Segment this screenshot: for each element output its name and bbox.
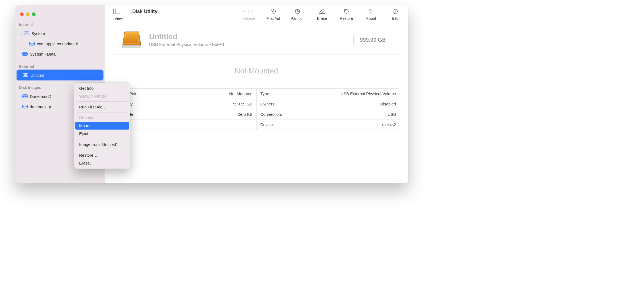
volume-header: Untitled USB External Physical Volume • … bbox=[113, 24, 400, 55]
pie-icon bbox=[295, 8, 301, 15]
erase-button[interactable]: Erase bbox=[314, 8, 330, 21]
minimize-window-button[interactable] bbox=[26, 12, 30, 16]
menu-item-erase[interactable]: Erase… bbox=[75, 159, 129, 167]
toolbar-label: Info bbox=[392, 16, 398, 21]
external-drive-icon bbox=[121, 30, 143, 50]
toolbar-label: Mount bbox=[366, 16, 376, 21]
detail-value: -- bbox=[250, 122, 253, 127]
sidebar-item-label: System - Data bbox=[30, 52, 56, 56]
info-icon bbox=[392, 8, 398, 15]
partition-button[interactable]: Partition bbox=[289, 8, 306, 21]
menu-item-image-from[interactable]: Image from “Untitled” bbox=[75, 140, 129, 148]
svg-rect-11 bbox=[23, 106, 27, 107]
disk-icon bbox=[24, 31, 29, 35]
menu-separator bbox=[77, 150, 127, 150]
menu-separator bbox=[77, 112, 127, 112]
detail-row-mount-point: Mount Point:Not Mounted bbox=[113, 89, 256, 99]
menu-separator bbox=[77, 101, 127, 102]
menu-item-get-info[interactable]: Get Info bbox=[75, 84, 129, 92]
disclosure-triangle-icon[interactable]: ⌄ bbox=[19, 31, 23, 36]
sidebar-section-internal: Internal bbox=[15, 21, 105, 28]
svg-rect-12 bbox=[114, 9, 120, 14]
menu-item-eject[interactable]: Eject bbox=[75, 130, 129, 137]
toolbar-label: First Aid bbox=[266, 16, 280, 21]
sidebar-item-system[interactable]: ⌄ System bbox=[16, 28, 104, 38]
detail-value: disk4s2 bbox=[382, 122, 396, 127]
svg-rect-1 bbox=[25, 33, 28, 34]
svg-point-14 bbox=[275, 11, 276, 12]
volume-name: Untitled bbox=[149, 33, 225, 41]
mount-icon bbox=[368, 8, 374, 15]
detail-value: 999.99 GB bbox=[233, 102, 253, 106]
detail-value: USB External Physical Volume bbox=[341, 91, 396, 96]
menu-item-rename: Rename bbox=[75, 114, 129, 122]
toolbar-label: Erase bbox=[317, 16, 327, 21]
first-aid-button[interactable]: First Aid bbox=[265, 8, 281, 21]
toolbar-label: Volume bbox=[243, 16, 255, 21]
sidebar-item-label: Untitled bbox=[30, 73, 44, 78]
detail-value: Disabled bbox=[380, 102, 396, 106]
detail-value: USB bbox=[388, 112, 396, 117]
svg-rect-7 bbox=[24, 75, 27, 75]
restore-icon bbox=[343, 8, 349, 15]
window-controls bbox=[15, 9, 105, 21]
disk-icon bbox=[29, 42, 35, 46]
svg-rect-23 bbox=[123, 45, 141, 48]
main-pane: ⌄ View Disk Utility ＋|－ Volume bbox=[105, 5, 408, 183]
detail-row-used: Used:-- bbox=[113, 119, 256, 130]
detail-key: Owners: bbox=[260, 102, 276, 106]
disk-icon bbox=[22, 105, 28, 108]
detail-row-available: Available:Zero KB bbox=[113, 109, 256, 119]
detail-key: Device: bbox=[260, 122, 274, 127]
sidebar-item-label: com.apple.os.update-8… bbox=[37, 41, 82, 46]
detail-row-device: Device:disk4s2 bbox=[257, 119, 400, 130]
volume-title-block: Untitled USB External Physical Volume • … bbox=[149, 33, 225, 47]
window-title: Disk Utility bbox=[132, 9, 157, 14]
details-left-col: Mount Point:Not Mounted Capacity:999.99 … bbox=[113, 89, 256, 130]
details-table: Mount Point:Not Mounted Capacity:999.99 … bbox=[113, 88, 400, 130]
chevron-down-icon: ⌄ bbox=[121, 9, 124, 13]
detail-key: Connection: bbox=[260, 112, 282, 117]
menu-item-run-first-aid[interactable]: Run First Aid… bbox=[75, 103, 129, 111]
menu-separator bbox=[77, 139, 127, 139]
mount-button[interactable]: Mount bbox=[363, 8, 379, 21]
svg-rect-5 bbox=[23, 53, 27, 54]
erase-icon bbox=[319, 8, 325, 15]
sidebar-item-system-data[interactable]: System - Data bbox=[16, 49, 104, 59]
close-window-button[interactable] bbox=[20, 12, 24, 16]
context-menu: Get Info Show in Finder Run First Aid… R… bbox=[74, 83, 130, 169]
sidebar-section-external: External bbox=[15, 63, 105, 70]
menu-item-mount[interactable]: Mount bbox=[75, 122, 129, 130]
menu-item-restore[interactable]: Restore… bbox=[75, 151, 129, 159]
volume-button: ＋|－ Volume bbox=[241, 8, 257, 21]
disk-icon bbox=[23, 73, 28, 77]
info-button[interactable]: Info bbox=[387, 8, 403, 21]
detail-value: Zero KB bbox=[237, 112, 252, 117]
volume-subtitle: USB External Physical Volume • ExFAT bbox=[149, 42, 225, 47]
disk-icon bbox=[22, 52, 28, 56]
stethoscope-icon bbox=[270, 8, 276, 15]
restore-button[interactable]: Restore bbox=[338, 8, 355, 21]
volume-status: Not Mounted bbox=[105, 55, 408, 88]
sidebar-item-label: Donemax D bbox=[30, 94, 51, 99]
sidebar-item-os-update[interactable]: com.apple.os.update-8… bbox=[16, 39, 104, 49]
toolbar-label: Restore bbox=[340, 16, 353, 21]
detail-key: Type: bbox=[260, 91, 271, 96]
detail-row-type: Type:USB External Physical Volume bbox=[257, 89, 400, 99]
toolbar-label: View bbox=[115, 16, 123, 21]
toolbar-label: Partition bbox=[291, 16, 304, 21]
toolbar: ⌄ View Disk Utility ＋|－ Volume bbox=[105, 5, 408, 24]
sidebar-item-label: donemax_p bbox=[30, 104, 51, 109]
svg-rect-3 bbox=[30, 43, 34, 44]
disk-utility-window: Internal ⌄ System com.apple.os.update-8…… bbox=[15, 5, 408, 183]
zoom-window-button[interactable] bbox=[32, 12, 36, 16]
sidebar-item-label: System bbox=[31, 31, 45, 36]
view-button[interactable]: ⌄ View bbox=[111, 8, 127, 21]
svg-rect-9 bbox=[23, 96, 27, 96]
sidebar-item-untitled[interactable]: Untitled bbox=[17, 70, 103, 80]
detail-row-connection: Connection:USB bbox=[257, 109, 400, 119]
plus-minus-icon: ＋|－ bbox=[242, 8, 256, 15]
detail-row-capacity: Capacity:999.99 GB bbox=[113, 99, 256, 109]
detail-value: Not Mounted bbox=[229, 91, 253, 96]
detail-row-owners: Owners:Disabled bbox=[257, 99, 400, 109]
